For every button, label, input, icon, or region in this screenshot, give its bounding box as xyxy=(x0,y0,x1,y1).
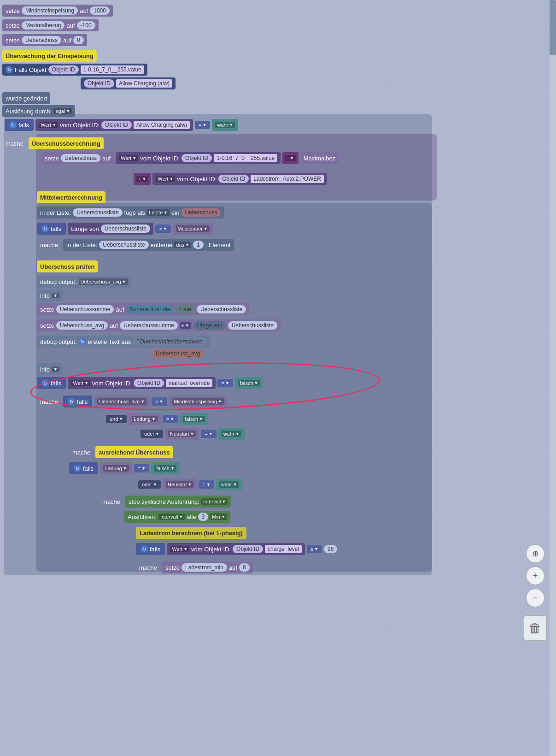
val-3[interactable]: 3 xyxy=(198,513,209,521)
dropdown-eq-ladung2[interactable]: = xyxy=(134,464,149,472)
block-debug-avg[interactable]: debug output: Ueberschuss_avg xyxy=(37,276,131,288)
dropdown-neustart2[interactable]: Neustart xyxy=(166,481,194,488)
block-wahr[interactable]: wahr xyxy=(212,119,238,131)
block-avg-val[interactable]: Ueberschuss_avg xyxy=(94,396,150,408)
block-wert-manual[interactable]: Wert vom Objekt ID: Objekt ID manual_ove… xyxy=(68,377,216,389)
block-setze-ue2[interactable]: setze Ueberschuss auf xyxy=(41,152,114,164)
block-laenge-von[interactable]: Länge von Ueberschussliste xyxy=(68,223,153,235)
block-wert-objid2[interactable]: Wert vom Objekt ID: Objekt ID 1-0:16_7_0… xyxy=(116,152,281,164)
dropdown-info1[interactable] xyxy=(52,293,59,298)
block-wahr2[interactable]: wahr xyxy=(218,428,245,440)
var-ueberschusssumme[interactable]: Ueberschusssumme xyxy=(56,305,114,313)
dropdown-egal[interactable]: egal xyxy=(53,108,72,114)
block-info2[interactable]: info xyxy=(37,363,63,375)
block-falls-manual[interactable]: ↻ falls xyxy=(37,377,66,389)
dropdown-eq-manual[interactable]: = xyxy=(217,379,233,387)
var-avg[interactable]: Ueberschuss_avg xyxy=(56,321,108,330)
dropdown-falsch3[interactable]: falsch xyxy=(154,465,176,472)
scrollbar-thumb[interactable] xyxy=(550,0,556,55)
block-stop[interactable]: stop zyklische Ausführung: Intervall xyxy=(125,496,231,508)
block-messdauer[interactable]: Messdauer xyxy=(173,223,213,235)
val-ladestrom[interactable]: Ladestrom_Auto:2.POWER xyxy=(251,175,324,183)
val-98[interactable]: 98 xyxy=(324,545,337,553)
block-wert-objid[interactable]: Wert vom Objekt ID: Objekt ID Allow Char… xyxy=(35,119,193,131)
val-ueberschussliste3[interactable]: Ueberschussliste xyxy=(99,241,148,249)
crosshair-button[interactable]: ⊕ xyxy=(526,544,544,563)
val-ueberschussliste4[interactable]: Ueberschussliste xyxy=(197,305,246,313)
zoom-in-button[interactable]: + xyxy=(526,567,544,585)
var-ueberschuss2[interactable]: Ueberschuss xyxy=(61,154,100,162)
dropdown-wert2[interactable]: Wert xyxy=(119,155,138,161)
val-objid2[interactable]: Allow Charging (alw) xyxy=(116,79,172,88)
val-ueberschuss-list[interactable]: Ueberschuss xyxy=(181,208,221,217)
val-charge-level[interactable]: charge_level xyxy=(265,545,302,553)
dropdown-wert[interactable]: Wert xyxy=(39,122,58,128)
block-falls-laenge[interactable]: ↻ falls xyxy=(37,223,66,235)
block-maximalbez[interactable]: Maximalbez xyxy=(300,152,339,164)
block-setze-avg[interactable]: setze Ueberschuss_avg auf Ueberschusssum… xyxy=(37,319,281,331)
dropdown-eq-neustart[interactable]: = xyxy=(201,430,216,438)
dropdown-letzte[interactable]: Letzte xyxy=(147,209,170,216)
block-falsch2[interactable]: falsch xyxy=(180,413,208,425)
block-debug-text[interactable]: debug output: ↻ erstelle Text aus " Durc… xyxy=(37,336,210,348)
block-setze-summe[interactable]: setze Ueberschusssumme auf Summe über di… xyxy=(37,303,249,315)
dropdown-avg2[interactable]: Ueberschuss_avg xyxy=(97,398,146,405)
block-info1[interactable]: info xyxy=(37,289,63,301)
dropdown-wahr2[interactable]: wahr xyxy=(222,431,241,437)
dropdown-div[interactable]: ÷ xyxy=(180,322,191,329)
block-entferne[interactable]: in der Liste: Ueberschussliste entferne … xyxy=(63,239,234,251)
block-liste-fuege[interactable]: in der Liste: Ueberschussliste füge als … xyxy=(37,207,224,219)
var-ueberschuss[interactable]: Ueberschuss xyxy=(22,36,61,44)
val-8[interactable]: 8 xyxy=(239,563,250,572)
dropdown-ladung[interactable]: Ladung xyxy=(132,416,158,422)
block-falls-avg[interactable]: ↻ falls xyxy=(63,396,92,408)
dropdown-eq-ladung[interactable]: = xyxy=(163,415,178,423)
val-neg100[interactable]: -100 xyxy=(77,21,95,30)
scrollbar[interactable] xyxy=(550,0,556,756)
var-maximalbezug[interactable]: Maximalbezug xyxy=(22,21,64,30)
dropdown-min[interactable]: Min xyxy=(210,514,227,520)
dropdown-falsch2[interactable]: falsch xyxy=(183,416,205,422)
val-allow-charging[interactable]: Allow Charging (alw) xyxy=(134,121,190,129)
dropdown-wert3[interactable]: Wert xyxy=(156,176,175,182)
block-setze-mindesteinspeisung[interactable]: setze Mindesteinspeisung auf 1000 xyxy=(2,5,113,17)
dropdown-wahr3[interactable]: wahr xyxy=(219,481,239,488)
block-setze-ladestrom-min[interactable]: setze Ladestrom_min auf 8 xyxy=(162,561,253,573)
dropdown-equals[interactable]: = xyxy=(195,121,210,129)
dropdown-gt2[interactable]: > xyxy=(152,397,167,406)
val-ueberschussliste2[interactable]: Ueberschussliste xyxy=(101,224,150,233)
block-falls-ladung[interactable]: ↻ falls xyxy=(69,462,98,474)
block-objid2[interactable]: Objekt ID Allow Charging (alw) xyxy=(81,77,176,89)
dropdown-das[interactable]: das xyxy=(174,242,191,248)
dropdown-gte[interactable]: ≥ xyxy=(307,545,322,553)
var-ladestrom-min[interactable]: Ladestrom_min xyxy=(181,563,227,572)
dropdown-oder2[interactable]: oder xyxy=(138,480,161,489)
var-mindesteinspeisung[interactable]: Mindesteinspeisung xyxy=(22,6,78,15)
dropdown-messdauer[interactable]: Messdauer xyxy=(176,225,210,232)
block-ladung[interactable]: Ladung xyxy=(129,413,161,425)
dropdown-gt[interactable]: > xyxy=(155,224,170,233)
zoom-out-button[interactable]: − xyxy=(526,589,544,607)
dropdown-plus[interactable]: + xyxy=(136,176,148,182)
block-ausfuehren[interactable]: Ausführen: Intervall alle 3 Min xyxy=(124,511,230,523)
dropdown-neustart[interactable]: Neustart xyxy=(168,431,196,437)
dropdown-minus[interactable]: - xyxy=(285,155,296,161)
block-falsch3[interactable]: falsch xyxy=(151,462,180,474)
dropdown-wert-manual[interactable]: Wert xyxy=(71,380,90,386)
block-mindesteinspeisung2[interactable]: Mindesteinspeising xyxy=(169,396,227,408)
val-summe2[interactable]: Ueberschusssumme xyxy=(120,321,177,330)
dropdown-mindest[interactable]: Mindesteinspeising xyxy=(172,398,224,405)
block-wert-ladestrom[interactable]: Wert vom Objekt ID: Objekt ID Ladestrom_… xyxy=(152,173,327,185)
trash-button[interactable]: 🗑 xyxy=(524,615,547,641)
block-wahr3[interactable]: wahr xyxy=(216,478,242,490)
dropdown-ladung2[interactable]: Ladung xyxy=(103,465,129,472)
val-objid-255[interactable]: 1-0:16_7_0__255.value xyxy=(214,154,277,162)
block-falls-objekt[interactable]: ↻ Falls Objekt Objekt ID 1-0:16_7_0__255… xyxy=(2,64,147,76)
dropdown-oder[interactable]: oder xyxy=(140,430,163,438)
val-ueberschussliste[interactable]: Ueberschussliste xyxy=(73,208,122,217)
block-setze-ueberschuss[interactable]: setze Ueberschuss auf 0 xyxy=(2,34,87,46)
block-auslosung[interactable]: Auslösung durch: egal xyxy=(2,105,75,117)
dropdown-intervall2[interactable]: Intervall xyxy=(158,514,185,520)
val-ueberschussliste5[interactable]: Ueberschussliste xyxy=(228,321,277,330)
dropdown-wert-charge[interactable]: Wert xyxy=(170,546,189,552)
